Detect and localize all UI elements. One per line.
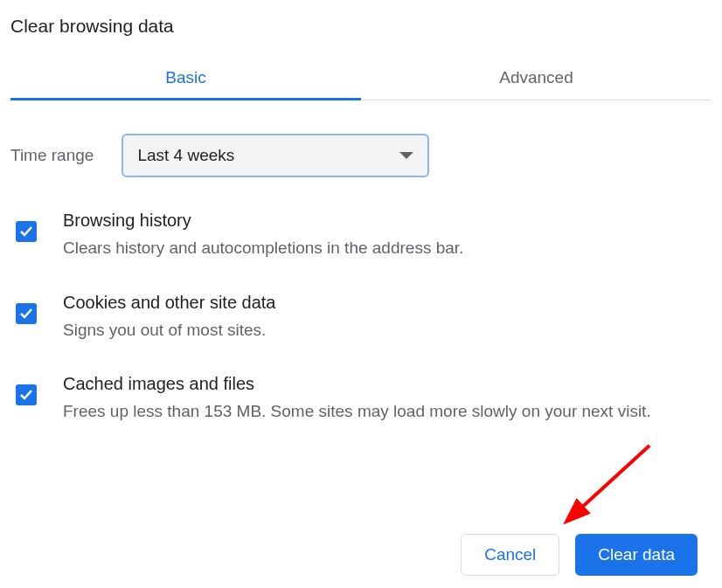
option-text: Browsing history Clears history and auto… — [63, 211, 712, 261]
chevron-down-icon — [399, 152, 413, 159]
time-range-row: Time range Last 4 weeks — [10, 134, 712, 177]
checkbox-browsing-history[interactable] — [16, 221, 37, 242]
cancel-button[interactable]: Cancel — [461, 534, 559, 576]
check-icon — [18, 224, 34, 239]
option-desc: Clears history and autocompletions in th… — [63, 236, 712, 261]
option-text: Cookies and other site data Signs you ou… — [63, 293, 712, 343]
time-range-value: Last 4 weeks — [137, 146, 399, 165]
option-title: Cookies and other site data — [63, 293, 712, 313]
option-text: Cached images and files Frees up less th… — [63, 374, 712, 425]
check-icon — [18, 387, 34, 403]
clear-data-button[interactable]: Clear data — [575, 534, 698, 576]
checkbox-cache[interactable] — [16, 384, 37, 405]
option-browsing-history: Browsing history Clears history and auto… — [10, 211, 712, 261]
option-cookies: Cookies and other site data Signs you ou… — [10, 293, 712, 343]
check-icon — [18, 306, 34, 322]
option-title: Cached images and files — [63, 374, 712, 394]
time-range-label: Time range — [10, 146, 94, 165]
time-range-select[interactable]: Last 4 weeks — [121, 134, 429, 177]
checkbox-cookies[interactable] — [16, 303, 37, 324]
option-desc: Signs you out of most sites. — [63, 318, 712, 343]
svg-line-0 — [568, 446, 649, 520]
tab-basic[interactable]: Basic — [10, 56, 361, 100]
option-cache: Cached images and files Frees up less th… — [10, 374, 712, 425]
tabs: Basic Advanced — [10, 56, 712, 100]
dialog-buttons: Cancel Clear data — [461, 534, 698, 576]
dialog-title: Clear browsing data — [10, 16, 712, 37]
option-title: Browsing history — [63, 211, 712, 231]
annotation-arrow-icon — [549, 441, 654, 537]
option-desc: Frees up less than 153 MB. Some sites ma… — [63, 399, 712, 425]
tab-advanced[interactable]: Advanced — [361, 56, 712, 100]
